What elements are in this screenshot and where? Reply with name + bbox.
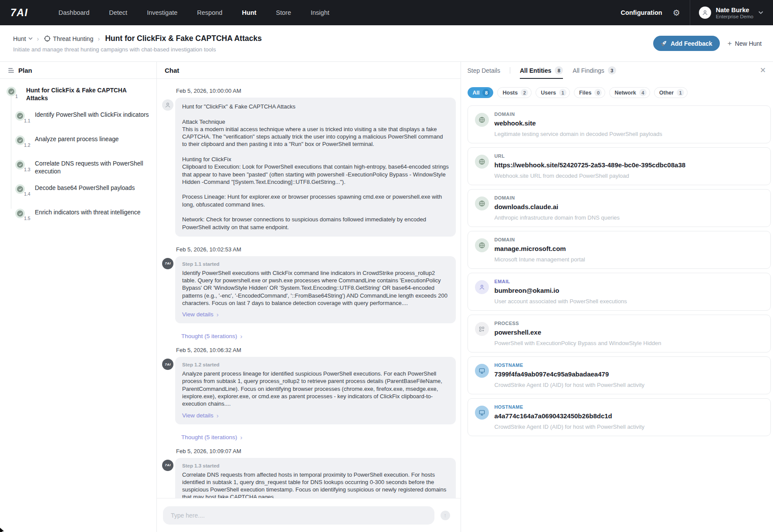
chip-label: Users: [541, 90, 556, 96]
plan-item[interactable]: 1 Hunt for ClickFix & Fake CAPTCHA Attac…: [0, 87, 156, 104]
plan-list: 1 Hunt for ClickFix & Fake CAPTCHA Attac…: [0, 79, 156, 532]
tab-all-findings[interactable]: All Findings 3: [573, 62, 616, 79]
view-details-label: View details: [182, 311, 214, 318]
tab-separator: [510, 67, 510, 74]
chevron-right-icon: ›: [240, 434, 242, 441]
entity-card[interactable]: DOMAIN downloads.claude.ai Anthropic inf…: [468, 189, 771, 227]
entity-description: Microsoft Intune management portal: [495, 256, 585, 263]
nav-item-investigate[interactable]: Investigate: [147, 9, 177, 16]
plan-panel: Plan 1 Hunt for ClickFix & Fake CAPTCHA …: [0, 62, 157, 532]
chip-count-badge: 8: [482, 89, 490, 96]
chip-count-badge: 4: [639, 89, 647, 96]
entity-type-label: PROCESS: [495, 321, 661, 326]
close-panel-icon[interactable]: ✕: [760, 66, 766, 75]
entity-description: Legitimate testing service domain in dec…: [495, 131, 662, 137]
entity-value: manage.microsoft.com: [495, 245, 585, 252]
message-timestamp: Feb 5, 2026, 10:06:32 AM: [176, 347, 452, 353]
entity-type-label: DOMAIN: [495, 195, 620, 200]
user-menu[interactable]: Nate Burke Enterprise Demo: [690, 6, 773, 19]
chip-count-badge: 2: [521, 89, 528, 96]
filter-chip-other[interactable]: Other 1: [654, 87, 688, 98]
entity-description: Anthropic infrastructure domain from DNS…: [495, 214, 620, 221]
view-details-link[interactable]: View details ›: [182, 311, 219, 318]
view-details-link[interactable]: View details ›: [182, 412, 219, 419]
entity-card[interactable]: HOSTNAME 7399f4fa49ab097e4c95a9abadaea47…: [468, 356, 771, 394]
chat-message: 7AI Feb 5, 2026, 10:02:53 AM Step 1.1 st…: [162, 246, 452, 323]
view-details-label: View details: [182, 412, 214, 419]
plan-header: Plan: [0, 62, 156, 79]
chip-label: Other: [659, 90, 674, 96]
breadcrumb-threat-hunting[interactable]: Threat Hunting: [44, 35, 94, 42]
tab-label: All Findings: [573, 67, 604, 74]
thought-toggle[interactable]: Thought (5 iterations) ›: [181, 434, 242, 441]
plan-item[interactable]: 1.2 Analyze parent process lineage: [0, 136, 156, 152]
plan-item-label: Correlate DNS requests with PowerShell e…: [35, 160, 149, 176]
tab-step-details[interactable]: Step Details: [468, 62, 500, 79]
breadcrumb-hunt[interactable]: Hunt: [13, 35, 33, 42]
thought-label: Thought (5 iterations): [181, 333, 237, 339]
message-timestamp: Feb 5, 2026, 10:00:00 AM: [176, 88, 452, 94]
new-hunt-button[interactable]: + New Hunt: [728, 39, 762, 48]
step-complete-icon: [7, 87, 16, 96]
chat-header: Chat: [157, 62, 461, 79]
chat-message: Feb 5, 2026, 10:00:00 AM Hunt for "Click…: [162, 88, 452, 237]
entity-type-label: URL: [495, 153, 686, 159]
plan-item[interactable]: 1.5 Enrich indicators with threat intell…: [0, 209, 156, 226]
nav-item-store[interactable]: Store: [276, 9, 291, 16]
entity-card[interactable]: DOMAIN manage.microsoft.com Microsoft In…: [468, 231, 771, 269]
chip-label: Network: [614, 90, 636, 96]
plan-item-number: 1.2: [24, 142, 31, 148]
mouse-cursor: [0, 527, 6, 532]
message-bubble: Step 1.1 started Identify PowerShell exe…: [175, 256, 456, 323]
entity-description: CrowdStrike Agent ID (AID) for host with…: [495, 424, 645, 430]
nav-item-dashboard[interactable]: Dashboard: [58, 9, 89, 16]
step-status-label: Step 1.2 started: [182, 362, 449, 367]
configuration-link[interactable]: Configuration: [621, 9, 662, 16]
filter-chip-files[interactable]: Files 0: [574, 87, 606, 98]
entity-card[interactable]: DOMAIN webhook.site Legitimate testing s…: [468, 105, 771, 143]
filter-chip-users[interactable]: Users 1: [536, 87, 570, 98]
filter-chip-hosts[interactable]: Hosts 2: [497, 87, 532, 98]
entity-card[interactable]: HOSTNAME a4a774c164a7a0690432450b26b8dc1…: [468, 398, 771, 436]
nav-item-detect[interactable]: Detect: [109, 9, 127, 16]
plan-item[interactable]: 1.4 Decode base64 PowerShell payloads: [0, 184, 156, 201]
plan-item-number: 1.3: [24, 167, 31, 172]
nav-item-respond[interactable]: Respond: [197, 9, 222, 16]
message-text: Correlate DNS requests from affected hos…: [182, 471, 449, 498]
user-name: Nate Burke: [716, 6, 753, 14]
user-avatar: [162, 99, 173, 111]
chat-panel: Chat Feb 5, 2026, 10:00:00 AM Hunt for "…: [157, 62, 461, 532]
entity-card[interactable]: PROCESS powershell.exe PowerShell with E…: [468, 315, 771, 352]
message-text: Identify PowerShell executions with Clic…: [182, 269, 449, 307]
user-org: Enterprise Demo: [716, 14, 753, 19]
plan-item-label: Hunt for ClickFix & Fake CAPTCHA Attacks: [26, 87, 149, 102]
nav-item-insight[interactable]: Insight: [311, 9, 329, 16]
entity-filters: All 8 Hosts 2 Users 1 Files 0 Network 4 …: [468, 87, 771, 98]
tab-all-entities[interactable]: All Entities 8: [520, 62, 563, 79]
breadcrumb: Hunt › Threat Hunting › Hunt for ClickFi…: [13, 34, 763, 43]
entity-card[interactable]: EMAIL bumbreon@okami.io User account ass…: [468, 273, 771, 311]
filter-chip-network[interactable]: Network 4: [609, 87, 650, 98]
filter-chip-all[interactable]: All 8: [468, 87, 494, 98]
entity-value: 7399f4fa49ab097e4c95a9abadaea479: [495, 370, 645, 378]
add-feedback-button[interactable]: Add Feedback: [653, 36, 720, 51]
entity-type-label: DOMAIN: [495, 237, 585, 242]
entity-value: downloads.claude.ai: [495, 203, 620, 210]
step-complete-icon: [15, 184, 25, 194]
user-avatar: [699, 7, 711, 19]
nav-item-hunt[interactable]: Hunt: [242, 9, 256, 16]
tab-count-badge: 8: [555, 66, 563, 75]
chat-input[interactable]: [163, 506, 434, 525]
settings-gear-icon[interactable]: ⚙: [673, 9, 680, 17]
entity-value: bumbreon@okami.io: [495, 287, 627, 294]
send-button[interactable]: ↑: [441, 511, 450, 520]
entity-description: Webhook.site URL from decoded PowerShell…: [495, 173, 686, 179]
thought-toggle[interactable]: Thought (5 iterations) ›: [181, 333, 242, 339]
plan-item[interactable]: 1.3 Correlate DNS requests with PowerShe…: [0, 160, 156, 177]
entity-description: PowerShell with ExecutionPolicy Bypass a…: [495, 340, 661, 346]
plan-item[interactable]: 1.1 Identify PowerShell with ClickFix in…: [0, 111, 156, 128]
entity-card[interactable]: URL https://webhook.site/52420725-2a53-4…: [468, 147, 771, 185]
page-header: Hunt › Threat Hunting › Hunt for ClickFi…: [0, 25, 773, 62]
globe-icon: [475, 197, 489, 210]
assistant-avatar: 7AI: [162, 258, 173, 269]
